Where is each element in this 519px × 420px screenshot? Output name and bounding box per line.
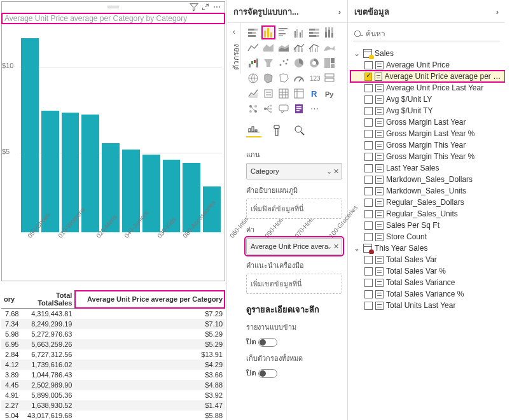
viz-matrix-icon[interactable] (292, 87, 306, 101)
viz-funnel-icon[interactable] (261, 56, 275, 70)
table-node[interactable]: ⌄ Sales (350, 48, 505, 59)
viz-gauge-icon[interactable] (292, 71, 306, 85)
values-field-well[interactable]: Average Unit Price avera ⌄✕ (246, 238, 342, 255)
table-row[interactable]: 5.985,272,976.63$5.29 (1, 329, 225, 339)
viz-python-visual-icon[interactable]: Py (322, 87, 336, 101)
viz-key-influencers-icon[interactable] (246, 102, 260, 116)
checkbox[interactable] (364, 164, 373, 172)
checkbox[interactable] (364, 279, 373, 287)
field-node[interactable]: Sales Per Sq Ft (350, 220, 505, 231)
field-node[interactable]: Total Sales Variance (350, 277, 505, 288)
field-node[interactable]: Last Year Sales (350, 162, 505, 174)
cross-report-toggle[interactable] (258, 338, 277, 347)
viz-slicer-icon[interactable] (261, 87, 275, 101)
checkbox[interactable] (364, 199, 373, 207)
checkbox[interactable] (364, 141, 373, 150)
chart-plot-area[interactable]: $10 $5 050-Shoes010-Womens020-Mens040-Ju… (2, 24, 225, 278)
viz-stacked-bar-100-icon[interactable] (307, 25, 321, 39)
col-avg-unit-price[interactable]: Average Unit Price average per Category (74, 290, 225, 309)
chart-visual[interactable]: ⋯ Average Unit Price average per Categor… (1, 1, 225, 281)
viz-table-icon[interactable] (277, 87, 291, 101)
viz-stacked-area-icon[interactable] (277, 41, 291, 55)
table-row[interactable]: 5.0443,017,619.68$5.88 (1, 410, 225, 420)
chevron-down-icon[interactable]: ⌄ (326, 242, 332, 251)
filter-icon[interactable] (189, 2, 199, 12)
col-category[interactable]: ory (1, 290, 22, 309)
viz-scatter-icon[interactable] (277, 56, 291, 70)
table-row[interactable]: 6.955,663,259.26$5.29 (1, 339, 225, 349)
viz-paginated-report-icon[interactable] (292, 102, 306, 116)
remove-icon[interactable]: ✕ (333, 242, 339, 251)
checkbox[interactable] (364, 187, 373, 195)
field-node[interactable]: Total Sales Var % (350, 265, 505, 277)
table-row[interactable]: 4.121,739,616.02$4.29 (1, 360, 225, 370)
chevron-right-icon[interactable]: › (496, 7, 499, 17)
viz-map-icon[interactable] (246, 71, 260, 85)
checkbox[interactable] (364, 302, 373, 310)
checkbox[interactable] (364, 233, 373, 241)
viz-r-visual-icon[interactable]: R (307, 87, 321, 101)
table-row[interactable]: 2.271,638,930.52$1.47 (1, 400, 225, 410)
field-node[interactable]: Avg $/Unit LY (350, 94, 505, 105)
viz-clustered-column-icon[interactable] (292, 25, 306, 39)
field-node[interactable]: Average Unit Price Last Year (350, 82, 505, 94)
field-node[interactable]: Gross Margin This Year % (350, 151, 505, 162)
viz-stacked-bar-icon[interactable] (246, 25, 260, 39)
chart-title[interactable]: Average Unit Price average per Category … (2, 13, 225, 24)
chevron-down-icon[interactable]: ⌄ (326, 167, 332, 176)
viz-pie-icon[interactable] (292, 56, 306, 70)
format-tab[interactable] (269, 123, 284, 137)
field-node[interactable]: Gross Margin Last Year % (350, 128, 505, 139)
viz-stacked-column-100-icon[interactable] (322, 25, 336, 39)
fields-header[interactable]: เขตข้อมูล › (348, 0, 505, 23)
viz-line-clustered-column-icon[interactable] (307, 41, 321, 55)
table-row[interactable]: 3.891,044,786.43$3.66 (1, 370, 225, 380)
viz-line-icon[interactable] (246, 41, 260, 55)
axis-field-well[interactable]: Category ⌄✕ (246, 163, 342, 179)
viz-stacked-column-icon[interactable] (261, 25, 275, 39)
viz-shape-map-icon[interactable] (277, 71, 291, 85)
bar[interactable] (142, 155, 160, 232)
table-row[interactable]: 4.452,502,989.90$4.88 (1, 380, 225, 390)
field-node[interactable]: Regular_Sales_Units (350, 208, 505, 220)
checkbox[interactable] (364, 290, 373, 298)
field-node[interactable]: Regular_Sales_Dollars (350, 197, 505, 208)
checkbox[interactable] (364, 210, 373, 218)
table-node[interactable]: ⌄ This Year Sales (350, 242, 505, 254)
field-node[interactable]: Gross Margin Last Year (350, 116, 505, 128)
viz-filled-map-icon[interactable] (261, 71, 275, 85)
visualizations-header[interactable]: การจัดรูปแบบกา... › (227, 0, 347, 23)
keep-all-toggle[interactable] (258, 369, 277, 378)
field-node[interactable]: Total Units Last Year (350, 300, 505, 311)
field-node[interactable]: Store Count (350, 231, 505, 242)
bar[interactable] (21, 38, 39, 232)
analytics-tab[interactable] (292, 123, 307, 137)
viz-treemap-icon[interactable] (322, 56, 336, 70)
viz-waterfall-icon[interactable] (246, 56, 260, 70)
filters-side-tab[interactable]: ‹ ตัวกรอง (227, 23, 241, 74)
checkbox[interactable] (364, 130, 373, 138)
checkbox[interactable] (364, 256, 373, 264)
table-visual[interactable]: ory Total TotalSales Average Unit Price … (1, 290, 225, 420)
viz-qa-visual-icon[interactable] (277, 102, 291, 116)
checkbox[interactable] (364, 107, 373, 115)
bar[interactable] (81, 115, 99, 233)
checkbox[interactable] (364, 153, 373, 161)
viz-kpi-icon[interactable] (246, 87, 260, 101)
table-row[interactable]: 2.846,727,312.56$13.91 (1, 349, 225, 360)
viz-area-icon[interactable] (261, 41, 275, 55)
field-node[interactable]: Total Sales Var (350, 254, 505, 265)
checkbox[interactable] (364, 61, 373, 69)
table-row[interactable]: 7.348,249,299.19$7.10 (1, 319, 225, 329)
table-row[interactable]: 4.915,899,005.36$3.92 (1, 390, 225, 400)
checkbox[interactable] (364, 176, 373, 184)
field-node[interactable]: Markdown_Sales_Dollars (350, 174, 505, 185)
checkbox[interactable] (364, 221, 373, 230)
field-node[interactable]: Markdown_Sales_Units (350, 185, 505, 197)
field-node[interactable]: Total Sales Variance % (350, 288, 505, 300)
drag-handle-icon[interactable] (107, 6, 119, 10)
checkbox[interactable] (364, 118, 373, 127)
checkbox[interactable] (364, 267, 373, 276)
viz-multi-row-card-icon[interactable] (322, 71, 336, 85)
field-node[interactable]: Average Unit Price average per Cate... (350, 71, 505, 82)
